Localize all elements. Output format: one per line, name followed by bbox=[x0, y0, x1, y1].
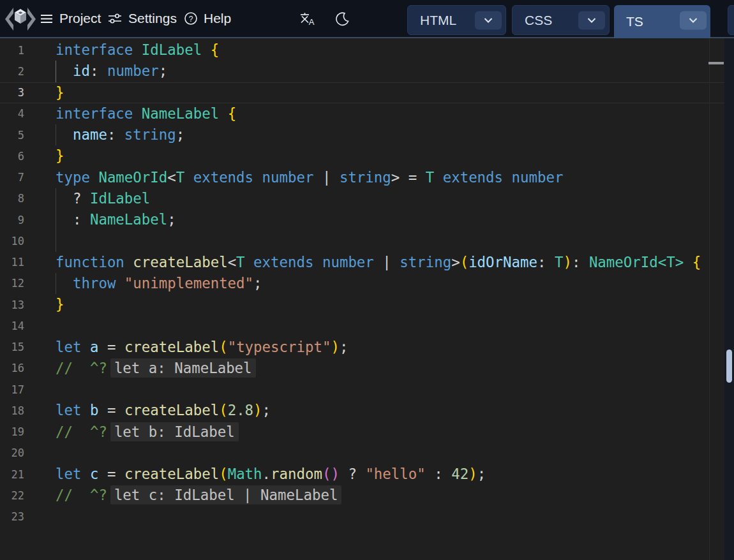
token-b1: ) bbox=[468, 466, 477, 482]
chevron-down-icon bbox=[689, 18, 698, 24]
line-number: 12 bbox=[0, 277, 24, 290]
token-kw: extends bbox=[253, 254, 313, 270]
tab-partial[interactable] bbox=[728, 5, 734, 35]
token-str: "typescript" bbox=[228, 339, 331, 355]
line-number: 1 bbox=[0, 44, 24, 57]
translate-icon: A bbox=[299, 11, 316, 27]
code-line[interactable]: 2 id: number; bbox=[0, 61, 724, 82]
line-number: 6 bbox=[0, 150, 24, 163]
topbar: Project Settings ? Help A HTML bbox=[0, 0, 734, 38]
token-kw: number bbox=[512, 169, 564, 186]
tab-ts-dropdown[interactable] bbox=[680, 11, 707, 30]
token-b1: ) bbox=[331, 339, 339, 355]
token-cm: // ^? bbox=[56, 487, 107, 503]
code-line[interactable]: 8 ? IdLabel bbox=[0, 188, 724, 209]
token-type: T bbox=[555, 254, 563, 270]
token-pl: = bbox=[98, 339, 124, 355]
token-var: id bbox=[73, 63, 90, 79]
token-var: a bbox=[90, 339, 98, 355]
code-line[interactable]: 12 throw "unimplemented"; bbox=[0, 273, 724, 294]
token-fn: createLabel bbox=[124, 339, 219, 355]
menu-help[interactable]: ? Help bbox=[184, 0, 231, 37]
code-line[interactable]: 1interface IdLabel { bbox=[0, 40, 724, 61]
token-fn: createLabel bbox=[133, 254, 227, 270]
token-pl bbox=[81, 402, 89, 418]
menu-settings[interactable]: Settings bbox=[107, 0, 177, 37]
token-fn: createLabel bbox=[124, 466, 219, 482]
token-kw: number bbox=[107, 63, 159, 79]
token-kw: let bbox=[56, 339, 81, 355]
token-type: Math bbox=[228, 466, 262, 482]
code-line-content: ? IdLabel bbox=[56, 188, 150, 209]
tab-css-dropdown[interactable] bbox=[578, 11, 605, 29]
tab-css[interactable]: CSS bbox=[512, 5, 610, 35]
token-pl: : bbox=[107, 126, 124, 143]
code-line[interactable]: 23 bbox=[0, 506, 724, 527]
svg-text:?: ? bbox=[189, 15, 193, 24]
code-line[interactable]: 17 bbox=[0, 379, 724, 400]
token-pl bbox=[684, 254, 692, 270]
token-kw: string bbox=[400, 254, 451, 270]
token-pl: . bbox=[262, 466, 271, 482]
code-line[interactable]: 18let b = createLabel(2.8); bbox=[0, 400, 724, 421]
token-pl: < bbox=[167, 169, 176, 186]
code-line[interactable]: 21let c = createLabel(Math.random() ? "h… bbox=[0, 464, 724, 485]
code-line[interactable]: 14 bbox=[0, 315, 724, 336]
token-pl bbox=[133, 41, 141, 58]
code-line[interactable]: 6} bbox=[0, 145, 724, 166]
token-pl bbox=[56, 63, 73, 79]
line-number: 18 bbox=[0, 404, 24, 417]
token-kw: number bbox=[262, 169, 314, 186]
code-line[interactable]: 16// ^?let a: NameLabel bbox=[0, 358, 724, 379]
code-line[interactable]: 10 bbox=[0, 230, 724, 251]
code-line[interactable]: 4interface NameLabel { bbox=[0, 103, 724, 124]
line-number: 14 bbox=[0, 320, 24, 332]
code-line[interactable]: 19// ^?let b: IdLabel bbox=[0, 422, 724, 443]
token-pl: ; bbox=[159, 63, 167, 79]
code-editor[interactable]: 1interface IdLabel {2 id: number;3}4inte… bbox=[0, 38, 724, 560]
line-number: 16 bbox=[0, 362, 24, 374]
token-pl: < bbox=[228, 254, 236, 270]
tab-html-dropdown[interactable] bbox=[475, 11, 502, 29]
code-line[interactable]: 20 bbox=[0, 443, 724, 464]
line-number: 3 bbox=[0, 86, 24, 99]
token-num: 2.8 bbox=[228, 402, 253, 418]
theme-toggle-button[interactable] bbox=[335, 0, 350, 37]
token-pl bbox=[245, 254, 253, 270]
token-b1: ) bbox=[563, 254, 571, 270]
code-line[interactable]: 5 name: string; bbox=[0, 124, 724, 145]
token-b1: } bbox=[56, 84, 64, 101]
tab-css-label: CSS bbox=[525, 13, 552, 28]
token-pl bbox=[56, 275, 73, 291]
line-number: 10 bbox=[0, 235, 24, 247]
code-line[interactable]: 9 : NameLabel; bbox=[0, 209, 724, 230]
app-logo[interactable] bbox=[5, 5, 36, 33]
token-pl: ; bbox=[176, 126, 184, 143]
tab-ts[interactable]: TS bbox=[614, 5, 710, 38]
token-kw: let bbox=[56, 402, 81, 418]
code-line[interactable]: 13} bbox=[0, 294, 724, 315]
code-line[interactable]: 22// ^?let c: IdLabel | NameLabel bbox=[0, 485, 724, 506]
code-line[interactable]: 3} bbox=[0, 82, 724, 103]
token-kw: extends bbox=[193, 169, 253, 186]
code-line[interactable]: 7type NameOrId<T extends number | string… bbox=[0, 167, 724, 188]
code-line[interactable]: 15let a = createLabel("typescript"); bbox=[0, 337, 724, 358]
line-number: 20 bbox=[0, 446, 24, 459]
code-line-content: let b = createLabel(2.8); bbox=[56, 400, 271, 421]
line-number: 2 bbox=[0, 65, 24, 78]
menu-project[interactable]: Project bbox=[40, 0, 101, 37]
token-b1: } bbox=[56, 147, 64, 164]
sliders-icon bbox=[107, 11, 123, 26]
token-kw: string bbox=[124, 126, 176, 143]
token-b1: { bbox=[693, 254, 701, 270]
token-str: "hello" bbox=[365, 466, 425, 482]
scrollbar-thumb[interactable] bbox=[726, 350, 732, 383]
token-type: IdLabel bbox=[142, 41, 202, 58]
language-button[interactable]: A bbox=[299, 0, 316, 37]
code-line-content: // ^?let a: NameLabel bbox=[56, 358, 256, 379]
token-var: c bbox=[90, 466, 98, 482]
line-number: 22 bbox=[0, 489, 24, 502]
code-line[interactable]: 11function createLabel<T extends number … bbox=[0, 252, 724, 273]
line-number: 23 bbox=[0, 510, 24, 523]
tab-html[interactable]: HTML bbox=[407, 5, 506, 35]
